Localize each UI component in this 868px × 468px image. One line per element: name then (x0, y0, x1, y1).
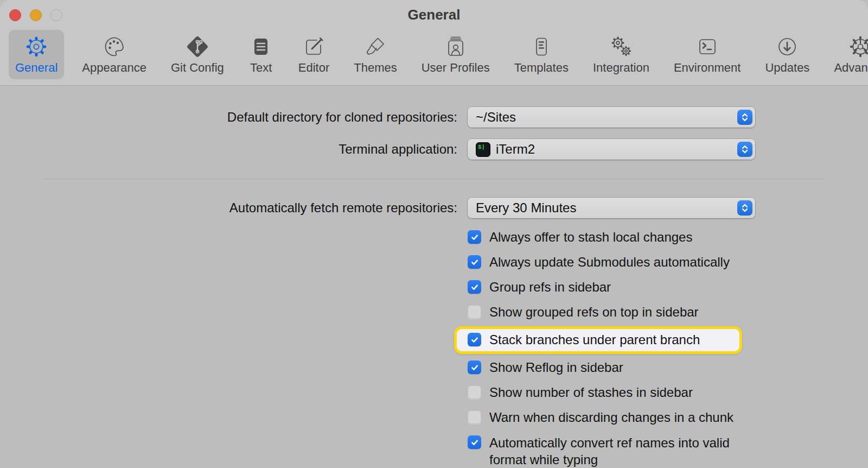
checkbox-list: Always offer to stash local changesAlway… (468, 230, 804, 468)
paintbrush-icon (362, 34, 388, 59)
checkbox-label: Show number of stashes in sidebar (489, 384, 693, 401)
checkbox-label: Warn when discarding changes in a chunk (489, 409, 733, 426)
tab-label: Git Config (171, 61, 224, 75)
checkbox-unchecked[interactable] (468, 410, 481, 424)
tab-label: User Profiles (422, 61, 490, 75)
checkbox-row[interactable]: Warn when discarding changes in a chunk (468, 410, 804, 426)
checkbox-row[interactable]: Show Reflog in sidebar (468, 360, 804, 376)
default-directory-label: Default directory for cloned repositorie… (227, 110, 457, 125)
auto-fetch-row: Automatically fetch remote repositories:… (0, 198, 868, 218)
default-directory-row: Default directory for cloned repositorie… (0, 107, 868, 128)
checkbox-checked[interactable] (468, 280, 481, 294)
checkbox-checked[interactable] (468, 255, 481, 269)
text-document-icon (248, 34, 274, 59)
tab-label: Templates (514, 61, 569, 75)
tab-label: Environment (674, 61, 741, 75)
tab-label: Text (250, 61, 272, 75)
gear-icon (24, 34, 49, 59)
checkbox-row[interactable]: Show number of stashes in sidebar (468, 385, 804, 401)
tab-label: Updates (765, 61, 809, 75)
tab-git-config[interactable]: Git Config (164, 30, 231, 79)
default-directory-value: ~/Sites (476, 110, 516, 125)
stepper-chevrons-icon (737, 142, 752, 157)
checkbox-unchecked[interactable] (468, 385, 481, 399)
stepper-chevrons-icon (737, 110, 752, 125)
terminal-application-select[interactable]: $| iTerm2 (468, 139, 755, 160)
section-divider (43, 179, 825, 179)
checkbox-label: Group refs in sidebar (489, 279, 611, 295)
square-pencil-icon (301, 34, 327, 59)
tab-label: Editor (298, 61, 329, 75)
default-directory-select[interactable]: ~/Sites (468, 107, 755, 128)
template-doc-icon (528, 34, 554, 59)
titlebar-toolbar: General GeneralAppearanceGit ConfigTextE… (0, 0, 868, 86)
git-logo-icon (184, 34, 210, 59)
checkbox-checked[interactable] (468, 435, 481, 449)
tab-advanced[interactable]: Advanced (827, 30, 868, 79)
tab-label: Appearance (82, 61, 146, 75)
preferences-tab-bar: GeneralAppearanceGit ConfigTextEditorThe… (9, 30, 863, 79)
checkbox-row[interactable]: Group refs in sidebar (468, 280, 804, 295)
checkbox-row[interactable]: Always offer to stash local changes (468, 230, 804, 245)
tab-themes[interactable]: Themes (347, 30, 403, 79)
checkbox-label: Always update Submodules automatically (489, 254, 730, 270)
stepper-chevrons-icon (737, 200, 752, 216)
window-title: General (0, 7, 868, 23)
auto-fetch-value: Every 30 Minutes (476, 200, 576, 216)
checkbox-checked[interactable] (468, 230, 481, 244)
checkbox-label: Show grouped refs on top in sidebar (489, 304, 699, 320)
checkbox-label: Always offer to stash local changes (489, 229, 692, 245)
checkbox-row-highlighted[interactable]: Stack branches under parent branch (454, 326, 742, 354)
checkbox-checked[interactable] (468, 361, 481, 374)
palette-icon (101, 34, 127, 59)
checkbox-unchecked[interactable] (468, 305, 481, 319)
checkbox-row[interactable]: Always update Submodules automatically (468, 255, 804, 270)
tab-text[interactable]: Text (242, 30, 280, 79)
id-card-icon (443, 34, 468, 59)
iterm2-app-icon: $| (476, 142, 490, 157)
terminal-application-label: Terminal application: (339, 142, 457, 157)
tab-appearance[interactable]: Appearance (75, 30, 153, 79)
checkbox-label: Stack branches under parent branch (489, 332, 700, 348)
tab-label: Integration (593, 61, 649, 75)
tab-templates[interactable]: Templates (508, 30, 575, 79)
checkbox-row[interactable]: Automatically convert ref names into val… (468, 435, 804, 468)
checkbox-checked[interactable] (468, 333, 481, 346)
auto-fetch-select[interactable]: Every 30 Minutes (468, 198, 755, 218)
tab-editor[interactable]: Editor (292, 30, 336, 79)
checkbox-label: Automatically convert ref names into val… (489, 434, 750, 468)
tab-integration[interactable]: Integration (586, 30, 656, 79)
auto-fetch-label: Automatically fetch remote repositories: (229, 200, 457, 216)
tab-environment[interactable]: Environment (667, 30, 748, 79)
checkbox-label: Show Reflog in sidebar (489, 359, 623, 376)
checkbox-row[interactable]: Show grouped refs on top in sidebar (468, 305, 804, 320)
advanced-cog-icon (848, 34, 868, 59)
tab-label: Advanced (834, 61, 868, 75)
general-pane: Default directory for cloned repositorie… (0, 86, 868, 468)
tab-updates[interactable]: Updates (758, 30, 816, 79)
terminal-icon (694, 34, 720, 59)
tab-label: Themes (354, 61, 397, 75)
terminal-application-value: iTerm2 (496, 142, 535, 157)
tab-user-profiles[interactable]: User Profiles (415, 30, 496, 79)
two-gears-icon (608, 34, 634, 59)
terminal-application-row: Terminal application: $| iTerm2 (0, 139, 868, 160)
download-circle-icon (775, 34, 800, 59)
tab-label: General (15, 61, 58, 75)
tab-general[interactable]: General (9, 30, 64, 79)
